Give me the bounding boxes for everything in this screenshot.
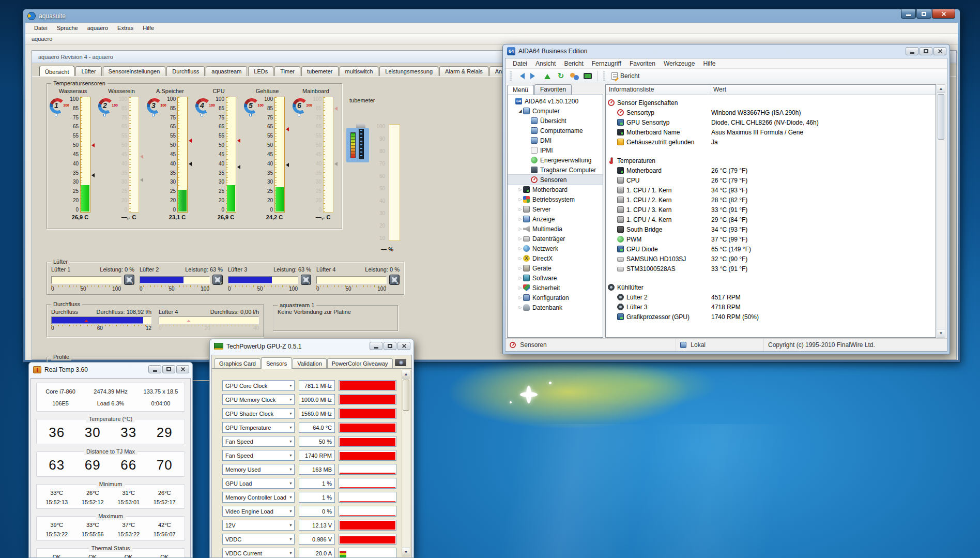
list-row[interactable]: South Bridge 34 °C (93 °F) bbox=[606, 224, 936, 234]
tree-item[interactable]: Tragbarer Computer bbox=[508, 165, 603, 175]
list-row[interactable]: GPU Sensortyp Diode, CHiL CHL8266 (NV-Di… bbox=[606, 117, 936, 127]
tab[interactable]: multiswitch bbox=[340, 66, 379, 76]
scrollbar[interactable] bbox=[402, 370, 410, 556]
tree-item[interactable]: Sensoren bbox=[508, 175, 603, 185]
tab[interactable]: aquastream bbox=[206, 66, 247, 76]
menu-item[interactable]: aquaero bbox=[83, 24, 113, 32]
tree-expander-icon[interactable] bbox=[517, 109, 523, 113]
menu-item[interactable]: Hilfe bbox=[699, 59, 719, 68]
tab[interactable]: Graphics Card bbox=[215, 358, 261, 368]
list-row[interactable]: Lüfter 3 4718 RPM bbox=[606, 302, 936, 312]
list-row[interactable]: CPU 26 °C (79 °F) bbox=[606, 175, 936, 185]
maximize-button[interactable] bbox=[916, 9, 931, 19]
sensor-select[interactable]: Fan Speed bbox=[222, 450, 295, 461]
tree-expander-icon[interactable] bbox=[517, 266, 523, 270]
refresh-icon[interactable] bbox=[555, 70, 567, 82]
minimize-button[interactable] bbox=[901, 9, 916, 19]
back-icon[interactable] bbox=[514, 70, 527, 82]
list-row[interactable]: 1. CPU / 2. Kern 28 °C (82 °F) bbox=[606, 195, 936, 205]
list-row[interactable] bbox=[606, 147, 936, 156]
close-button[interactable] bbox=[176, 365, 189, 373]
monitor-icon[interactable] bbox=[581, 70, 594, 82]
tree-expander-icon[interactable] bbox=[517, 286, 523, 290]
list-row[interactable]: STM31000528AS 33 °C (91 °F) bbox=[606, 264, 936, 274]
close-button[interactable] bbox=[932, 9, 955, 19]
tree-item[interactable]: DirectX bbox=[508, 253, 603, 263]
sensor-select[interactable]: GPU Memory Clock bbox=[222, 394, 295, 405]
tree-item[interactable]: Datenträger bbox=[508, 234, 603, 244]
menu-item[interactable]: Fernzugriff bbox=[588, 59, 625, 68]
tree-item[interactable]: Konfiguration bbox=[508, 293, 603, 303]
menu-item[interactable]: Datei bbox=[29, 24, 52, 32]
sensor-select[interactable]: GPU Shader Clock bbox=[222, 408, 295, 419]
list-row[interactable]: Grafikprozessor (GPU) 1740 RPM (50%) bbox=[606, 312, 936, 322]
report-button[interactable]: Bericht bbox=[607, 71, 644, 81]
tree-item[interactable]: Übersicht bbox=[508, 116, 603, 126]
list-row[interactable]: Kühllüfter bbox=[606, 282, 936, 292]
tab[interactable]: LEDs bbox=[248, 66, 273, 76]
tab[interactable]: Sensors bbox=[261, 357, 292, 369]
tree-item[interactable]: Geräte bbox=[508, 263, 603, 273]
tree-item[interactable]: IPMI bbox=[508, 145, 603, 155]
tree-expander-icon[interactable] bbox=[517, 276, 523, 280]
maximize-button[interactable] bbox=[384, 342, 396, 350]
menu-item[interactable]: Sprache bbox=[52, 24, 83, 32]
list-row[interactable]: Temperaturen bbox=[606, 156, 936, 165]
aida64-titlebar[interactable]: 64 AIDA64 Business Edition bbox=[503, 44, 950, 58]
forward-icon[interactable] bbox=[528, 70, 540, 82]
tree-item[interactable]: DMI bbox=[508, 135, 603, 145]
tree-expander-icon[interactable] bbox=[517, 247, 523, 251]
tree-expander-icon[interactable] bbox=[517, 188, 523, 192]
list-row[interactable]: Motherboard Name Asus Maximus III Formul… bbox=[606, 127, 936, 137]
list-row[interactable]: 1. CPU / 1. Kern 34 °C (93 °F) bbox=[606, 185, 936, 195]
tree-expander-icon[interactable] bbox=[517, 198, 523, 202]
tree-item[interactable]: Energieverwaltung bbox=[508, 155, 603, 165]
gauge-icon[interactable]: 5 100 bbox=[243, 98, 262, 115]
column-header-wert[interactable]: Wert bbox=[711, 85, 936, 94]
sensor-select[interactable]: Memory Used bbox=[222, 464, 295, 475]
fan-icon[interactable]: 1 bbox=[124, 275, 134, 285]
tree-item[interactable]: Computer bbox=[508, 106, 603, 116]
tree-expander-icon[interactable] bbox=[517, 296, 523, 300]
sensor-select[interactable]: Fan Speed bbox=[222, 436, 295, 447]
aquasuite-titlebar[interactable]: aquasuite bbox=[23, 9, 960, 23]
scroll-up-icon[interactable] bbox=[402, 370, 410, 379]
minimize-button[interactable] bbox=[906, 47, 918, 55]
tree-expander-icon[interactable] bbox=[517, 257, 523, 261]
sensor-select[interactable]: VDDC bbox=[222, 534, 295, 545]
tree-item[interactable]: Anzeige bbox=[508, 214, 603, 224]
tree-expander-icon[interactable] bbox=[517, 217, 523, 221]
tree-item[interactable]: Sicherheit bbox=[508, 283, 603, 293]
maximize-button[interactable] bbox=[920, 47, 932, 55]
up-icon[interactable] bbox=[541, 70, 554, 82]
sensor-select[interactable]: GPU Load bbox=[222, 478, 295, 489]
tree-item[interactable]: Multimedia bbox=[508, 224, 603, 234]
sensor-select[interactable]: GPU Core Clock bbox=[222, 380, 295, 391]
tab[interactable]: tubemeter bbox=[301, 66, 339, 76]
gauge-icon[interactable]: 2 100 bbox=[98, 98, 116, 115]
gauge-icon[interactable]: 4 100 bbox=[195, 98, 213, 115]
tree-item[interactable]: Software bbox=[508, 273, 603, 283]
list-row[interactable]: Gehäusezutritt gefunden Ja bbox=[606, 137, 936, 147]
list-row[interactable]: 1. CPU / 3. Kern 33 °C (91 °F) bbox=[606, 205, 936, 215]
camera-icon[interactable] bbox=[395, 359, 406, 366]
close-button[interactable] bbox=[397, 342, 410, 350]
tab[interactable]: Timer bbox=[274, 66, 300, 76]
list-row[interactable] bbox=[606, 274, 936, 282]
maximize-button[interactable] bbox=[162, 365, 175, 373]
pane-tab[interactable]: Favoriten bbox=[534, 84, 572, 95]
menu-item[interactable]: Extras bbox=[113, 24, 138, 32]
list-row[interactable]: SAMSUNG HD103SJ 32 °C (90 °F) bbox=[606, 254, 936, 264]
menu-item[interactable]: Ansicht bbox=[531, 59, 560, 68]
list-row[interactable]: PWM 37 °C (99 °F) bbox=[606, 234, 936, 244]
gauge-icon[interactable]: 1 100 bbox=[49, 98, 68, 115]
tree-item[interactable]: Motherboard bbox=[508, 185, 603, 194]
gauge-icon[interactable]: 6 100 bbox=[292, 98, 311, 115]
tree-item[interactable]: Server bbox=[508, 204, 603, 214]
list-row[interactable]: Lüfter 2 4517 RPM bbox=[606, 292, 936, 302]
tubemeter-icon[interactable] bbox=[346, 128, 369, 162]
sensor-select[interactable]: 12V bbox=[222, 520, 295, 531]
tree-item[interactable]: AIDA64 v1.50.1200 bbox=[508, 96, 603, 106]
sensor-select[interactable]: Video Engine Load bbox=[222, 506, 295, 517]
tab[interactable]: Sensoreinstellungen bbox=[103, 66, 166, 76]
